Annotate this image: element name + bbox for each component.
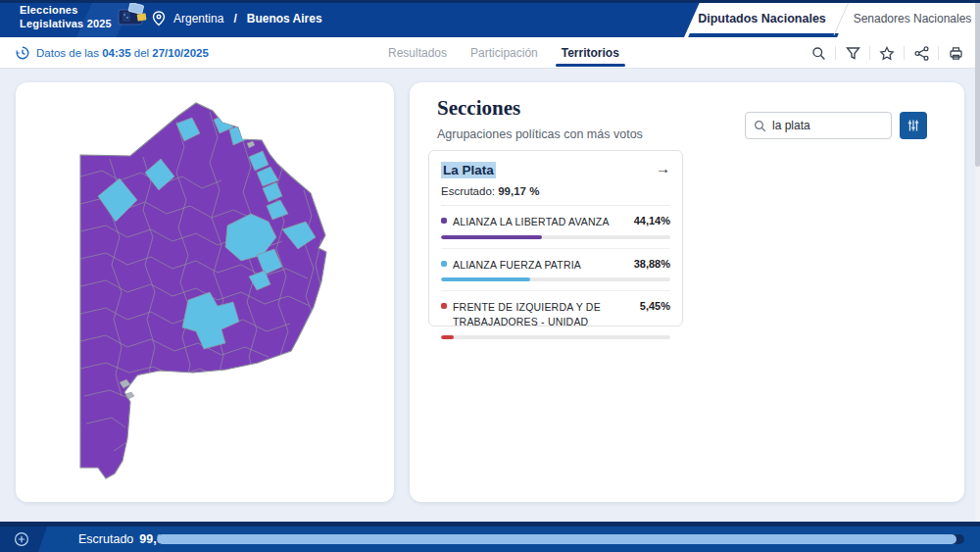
sections-search-row — [745, 112, 927, 139]
footer-progress-track — [157, 534, 964, 544]
app-header: Elecciones Legislativas 2025 Argentina /… — [0, 0, 980, 37]
party-color-dot — [441, 303, 447, 309]
party-progress-fill — [441, 335, 454, 339]
logo-line1: Elecciones — [20, 4, 112, 18]
share-icon[interactable] — [910, 42, 932, 64]
map-panel — [16, 82, 394, 502]
province-map[interactable] — [16, 82, 394, 502]
header-top-line — [0, 0, 980, 3]
party-percent: 38,88% — [634, 258, 670, 270]
footer-bar: Escrutado 99,00 % — [0, 522, 980, 552]
breadcrumb: Argentina / Buenos Aires — [152, 0, 322, 37]
logo-line2: Legislativas 2025 — [20, 18, 112, 31]
party-row: FRENTE DE IZQUIERDA Y DE TRABAJADORES - … — [441, 290, 670, 338]
zoom-in-icon[interactable] — [14, 531, 29, 547]
data-timestamp: Datos de las 04:35 del 27/10/2025 — [16, 37, 209, 69]
escrutado-value: 99,17 % — [498, 185, 539, 197]
action-toolbar — [808, 37, 966, 69]
party-color-dot — [441, 261, 447, 267]
province-outline — [80, 103, 326, 478]
footer-escrutado-label: Escrutado — [78, 532, 133, 546]
open-section-arrow-icon[interactable]: → — [656, 161, 670, 176]
party-progress-fill — [441, 277, 530, 281]
tab-participacion[interactable]: Participación — [470, 37, 538, 69]
party-color-dot — [441, 218, 447, 224]
timestamp-time: 04:35 — [102, 47, 130, 59]
star-icon[interactable] — [876, 42, 898, 64]
timestamp-connector: del — [134, 47, 149, 59]
sliders-icon — [906, 119, 920, 132]
toolbar-divider — [869, 46, 870, 60]
tab-diputados-active-underline — [688, 33, 839, 37]
party-percent: 5,45% — [640, 300, 670, 312]
party-progress-fill — [441, 235, 542, 239]
toolbar-divider — [938, 46, 939, 60]
map-pin-icon — [152, 11, 166, 26]
toolbar-divider — [904, 46, 905, 60]
sections-panel: Secciones Agrupaciones políticas con más… — [410, 82, 964, 502]
breadcrumb-province[interactable]: Buenos Aires — [247, 12, 322, 25]
section-result-card[interactable]: La Plata → Escrutado: 99,17 % ALIANZA LA… — [428, 150, 683, 326]
result-card-header: La Plata → Escrutado: 99,17 % — [441, 161, 670, 206]
party-row: ALIANZA LA LIBERTAD AVANZA 44,14% — [441, 206, 670, 239]
filter-icon[interactable] — [842, 42, 863, 64]
tab-diputados-label: Diputados Nacionales — [698, 12, 826, 25]
app-logo-text: Elecciones Legislativas 2025 — [20, 4, 112, 31]
view-tabs: Resultados Participación Territorios — [388, 37, 619, 69]
tab-senadores-nacionales[interactable]: Senadores Nacionales — [845, 0, 980, 37]
section-name[interactable]: La Plata — [441, 162, 496, 178]
main-content: Secciones Agrupaciones políticas con más… — [16, 82, 964, 502]
footer-main: Escrutado 99,00 % — [0, 527, 980, 552]
print-icon[interactable] — [945, 42, 966, 64]
search-icon — [754, 120, 766, 132]
tab-resultados[interactable]: Resultados — [388, 37, 447, 69]
timestamp-prefix: Datos de las — [36, 47, 99, 59]
tab-senadores-label: Senadores Nacionales — [854, 12, 972, 25]
party-progress-track — [441, 277, 670, 281]
party-name: FRENTE DE IZQUIERDA Y DE TRABAJADORES - … — [453, 300, 634, 328]
party-progress-track — [441, 235, 670, 239]
app-logo[interactable]: Elecciones Legislativas 2025 — [20, 4, 149, 31]
section-search-input[interactable] — [772, 119, 880, 132]
party-progress-track — [441, 335, 670, 339]
footer-progress-fill — [157, 534, 956, 544]
party-row: ALIANZA FUERZA PATRIA 38,88% — [441, 248, 670, 282]
search-icon[interactable] — [808, 42, 829, 64]
party-name: ALIANZA LA LIBERTAD AVANZA — [453, 215, 628, 229]
map-filter-button[interactable] — [900, 112, 927, 139]
party-name: ALIANZA FUERZA PATRIA — [453, 258, 628, 273]
tab-territorios[interactable]: Territorios — [562, 37, 619, 69]
page-scrollbar[interactable] — [975, 0, 980, 522]
breadcrumb-separator: / — [233, 12, 236, 25]
timestamp-date: 27/10/2025 — [152, 47, 209, 59]
ballot-box-icon — [116, 2, 149, 27]
status-bar: Datos de las 04:35 del 27/10/2025 Result… — [0, 37, 980, 69]
clock-icon — [16, 46, 29, 60]
elections-dashboard: Elecciones Legislativas 2025 Argentina /… — [0, 0, 980, 552]
toolbar-divider — [835, 46, 836, 60]
party-percent: 44,14% — [634, 215, 670, 226]
breadcrumb-country[interactable]: Argentina — [173, 12, 223, 25]
tab-diputados-nacionales[interactable]: Diputados Nacionales — [686, 0, 838, 37]
section-escrutado: Escrutado: 99,17 % — [441, 185, 670, 197]
escrutado-label: Escrutado: — [441, 185, 495, 197]
section-search-box[interactable] — [745, 112, 892, 139]
